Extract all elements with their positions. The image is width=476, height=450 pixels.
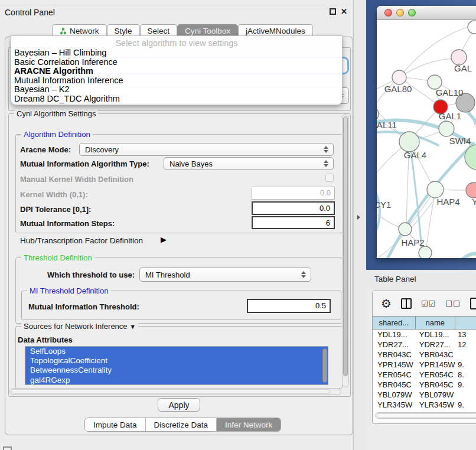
list-item-topologicalcoefficient[interactable]: TopologicalCoefficient <box>25 356 328 366</box>
mi-threshold-field[interactable]: 0.5 <box>247 299 331 313</box>
table-rows: YDL19... YDL19... 13 YDR27... YDR27... 1… <box>373 330 476 420</box>
label-gal80: GAL80 <box>384 84 412 94</box>
node-hap2[interactable] <box>399 223 412 236</box>
dropdown-item-basic-correlation[interactable]: Basic Correlation Inference <box>11 58 342 67</box>
stepper-icon <box>301 271 306 278</box>
dpi-tolerance-field[interactable]: 0.0 <box>252 201 335 215</box>
node-partial-bottom[interactable] <box>419 246 432 258</box>
aracne-mode-label: Aracne Mode: <box>20 145 71 154</box>
panel-splitter[interactable] <box>353 0 366 450</box>
tab-impute-data[interactable]: Impute Data <box>85 418 146 431</box>
window-minimize-icon[interactable] <box>396 9 404 17</box>
data-attributes-list[interactable]: SelfLoops TopologicalCoefficient Between… <box>25 346 328 385</box>
node-gal1[interactable] <box>439 121 454 136</box>
splitter-collapse-handle[interactable] <box>357 215 360 220</box>
panel-dock-icon[interactable] <box>3 446 12 450</box>
column-header-cut[interactable] <box>455 316 476 330</box>
label-swi4: SWI4 <box>449 136 471 146</box>
list-scrollbar[interactable] <box>322 348 327 383</box>
table-row[interactable]: YDL19... YDL19... 13 <box>373 330 476 340</box>
table-row[interactable]: YPR145W YPR145W 9. <box>373 360 476 370</box>
screenshot-root: { "control_panel": { "title": "Control P… <box>0 0 476 450</box>
network-window-titlebar[interactable] <box>377 6 476 20</box>
table-toolbar: ⚙ ☑☑ ☐☐ <box>373 291 476 316</box>
float-panel-icon[interactable] <box>330 8 336 15</box>
export-table-icon[interactable] <box>470 298 476 309</box>
dropdown-item-aracne[interactable]: ARACNE Algorithm <box>11 67 342 76</box>
data-attributes-label: Data Attributes <box>18 335 73 344</box>
window-close-icon[interactable] <box>384 9 392 17</box>
label-gal11: GAL11 <box>377 120 397 130</box>
node-gal80[interactable] <box>392 70 406 84</box>
list-item-gal4rgexp[interactable]: gal4RGexp <box>25 376 328 385</box>
label-gal10: GAL10 <box>436 87 464 97</box>
dropdown-item-dream8[interactable]: Dream8 DC_TDC Algorithm <box>11 94 342 104</box>
mi-type-value: Naive Bayes <box>169 159 213 168</box>
node-partial-top[interactable] <box>468 21 476 34</box>
label-hap4: HAP4 <box>436 197 459 207</box>
table-row[interactable]: YLR345W YLR345W 9. <box>373 400 476 410</box>
collapse-arrow-icon[interactable]: ▼ <box>129 323 136 330</box>
settings-vertical-scrollbar[interactable] <box>342 114 349 387</box>
settings-horizontal-scrollbar[interactable] <box>9 388 341 395</box>
hub-section-label[interactable]: Hub/Transcription Factor Definition <box>20 236 143 245</box>
table-header: shared... name <box>373 316 476 330</box>
dropdown-placeholder: Select algorithm to view settings <box>11 36 342 48</box>
column-header-shared[interactable]: shared... <box>373 316 416 330</box>
node-gal4[interactable] <box>399 132 419 152</box>
table-row[interactable]: YBR043C YBR043C <box>373 350 476 360</box>
window-zoom-icon[interactable] <box>408 9 416 17</box>
cyni-bottom-tabs: Impute Data Discretize Data Infer Networ… <box>84 418 281 432</box>
list-item-selfloops[interactable]: SelfLoops <box>25 347 328 356</box>
mi-steps-label: Mutual Information Steps: <box>20 219 115 228</box>
kernel-width-field[interactable]: 0.0 <box>252 187 335 200</box>
algorithm-definition-title: Algorithm Definition <box>21 130 93 139</box>
table-panel-title: Table Panel <box>374 275 416 283</box>
node-salmon[interactable] <box>466 182 476 198</box>
mi-type-label: Mutual Information Algorithm Type: <box>20 159 149 168</box>
close-panel-icon[interactable]: ✕ <box>341 7 347 16</box>
aracne-mode-combobox[interactable]: Discovery <box>79 143 334 156</box>
label-gal1: GAL1 <box>439 111 461 121</box>
split-columns-icon[interactable] <box>401 298 412 309</box>
highlighted-edges <box>377 110 476 258</box>
dropdown-item-bayesian-hill[interactable]: Bayesian – Hill Climbing <box>11 48 342 58</box>
table-panel-titlebar[interactable]: Table Panel <box>366 270 476 288</box>
list-item-betweennesscentrality[interactable]: BetweennessCentrality <box>25 366 328 375</box>
dropdown-item-bayesian-k2[interactable]: Bayesian – K2 <box>11 85 342 94</box>
manual-kernel-label: Manual Kernel Width Definition <box>20 175 133 184</box>
cyni-settings-title: Cyni Algorithm Settings <box>14 109 98 118</box>
table-row[interactable]: YDR27... YDR27... 12 <box>373 340 476 350</box>
algorithm-dropdown-popup: Select algorithm to view settings Bayesi… <box>11 35 343 105</box>
tab-infer-network[interactable]: Infer Network <box>217 418 281 431</box>
stepper-icon <box>324 160 328 167</box>
node-big-green[interactable] <box>465 145 476 169</box>
which-threshold-label: Which threshold to use: <box>47 270 135 279</box>
network-icon <box>60 27 67 35</box>
deselect-all-icon[interactable]: ☐☐ <box>445 299 460 308</box>
mi-threshold-group-title: MI Threshold Definition <box>27 286 110 295</box>
aracne-mode-value: Discovery <box>85 145 119 154</box>
expand-arrow-icon[interactable]: ▶ <box>161 235 167 244</box>
which-threshold-combobox[interactable]: MI Threshold <box>139 268 311 282</box>
manual-kernel-checkbox[interactable] <box>325 174 334 182</box>
apply-button[interactable]: Apply <box>158 398 200 412</box>
sources-group-title[interactable]: Sources for Network Inference ▼ <box>21 322 138 331</box>
threshold-group-title: Threshold Definition <box>21 253 94 262</box>
node-hap4[interactable] <box>427 181 444 198</box>
select-all-icon[interactable]: ☑☑ <box>421 299 436 308</box>
table-horizontal-scrollbar[interactable] <box>375 412 476 419</box>
control-panel-titlebar[interactable]: Control Panel ✕ <box>0 5 353 19</box>
table-row[interactable]: YBL079W YBL079W <box>373 390 476 400</box>
table-row[interactable]: YBR045C YBR045C 9. <box>373 380 476 390</box>
mi-type-combobox[interactable]: Naive Bayes <box>164 157 334 170</box>
table-row[interactable]: YER054C YER054C 8. <box>373 370 476 380</box>
mi-steps-field[interactable]: 6 <box>252 216 335 229</box>
network-canvas: GAL GAL80 GAL10 GAL1 GAL11 SWI4 GAL4 GCY… <box>377 20 476 258</box>
tab-discretize-data[interactable]: Discretize Data <box>146 418 217 431</box>
gear-icon[interactable]: ⚙ <box>381 298 392 309</box>
dropdown-item-mutual-info[interactable]: Mutual Information Inference <box>11 76 342 86</box>
label-salmon-cut: Y <box>472 197 476 207</box>
label-gal-cut: GAL <box>454 63 472 73</box>
column-header-name[interactable]: name <box>416 316 455 330</box>
